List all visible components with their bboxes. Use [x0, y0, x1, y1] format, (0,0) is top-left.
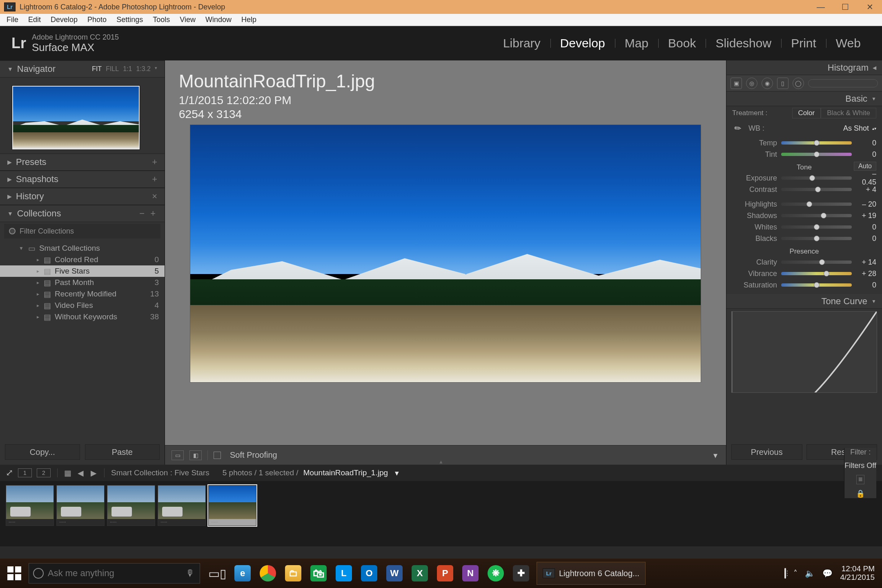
blacks-slider[interactable]: Blacks 0 [732, 233, 876, 244]
task-view-icon[interactable]: ▭▯ [206, 562, 229, 585]
tray-notifications-icon[interactable]: 💬 [822, 568, 833, 578]
zoom-1to1[interactable]: 1:1 [123, 65, 132, 73]
histogram-header[interactable]: Histogram ◀ [726, 60, 882, 75]
saturation-slider[interactable]: Saturation 0 [732, 279, 876, 291]
clarity-slider[interactable]: Clarity + 14 [732, 256, 876, 268]
collection-without-keywords[interactable]: ▸ ▤ Without Keywords 38 [0, 311, 165, 323]
add-preset-button[interactable]: + [152, 157, 157, 167]
grid-icon[interactable]: ▦ [64, 468, 71, 478]
outlook-app[interactable]: O [358, 562, 381, 585]
tray-up-icon[interactable]: ˄ [793, 568, 797, 578]
zoom-custom[interactable]: 1:3.2 [136, 65, 151, 73]
maximize-button[interactable]: ☐ [833, 0, 858, 14]
filmstrip-thumb[interactable]: ····· [107, 485, 155, 526]
menu-develop[interactable]: Develop [47, 15, 82, 25]
menu-tools[interactable]: Tools [149, 15, 174, 25]
search-input[interactable] [48, 568, 181, 579]
redeye-tool[interactable]: ◉ [762, 78, 773, 89]
panel-collapse-icon[interactable]: ▲ [429, 459, 453, 465]
history-header[interactable]: ▶ History × [0, 188, 165, 205]
zoom-fill[interactable]: FILL [106, 65, 119, 73]
collection-past-month[interactable]: ▸ ▤ Past Month 3 [0, 277, 165, 288]
tonecurve-graph[interactable] [731, 311, 877, 393]
module-print[interactable]: Print [781, 36, 826, 50]
navigator-header[interactable]: ▼ Navigator FIT FILL 1:1 1:3.2 ▾ [0, 60, 165, 78]
exposure-slider[interactable]: Exposure – 0.45 [732, 172, 876, 184]
module-slideshow[interactable]: Slideshow [706, 36, 781, 50]
whites-slider[interactable]: Whites 0 [732, 221, 876, 233]
brush-tool[interactable] [808, 79, 878, 87]
store-app[interactable]: 🛍 [307, 562, 330, 585]
second-window-icon[interactable]: ⤢ [6, 468, 13, 478]
filter-value[interactable]: Filters Off [844, 461, 876, 470]
contrast-slider[interactable]: Contrast + 4 [732, 184, 876, 195]
image-canvas[interactable] [190, 125, 701, 382]
spot-tool[interactable]: ◎ [746, 78, 757, 89]
module-develop[interactable]: Develop [550, 36, 615, 50]
explorer-app[interactable]: 🗀 [282, 562, 305, 585]
smart-collections-folder[interactable]: ▼ ▭ Smart Collections [0, 243, 165, 254]
toolbar-menu-button[interactable]: ▾ [711, 451, 719, 459]
collections-header[interactable]: ▼ Collections − + [0, 205, 165, 222]
before-after-icon[interactable]: ◧ [189, 450, 202, 460]
filmstrip-thumb[interactable]: ····· [158, 485, 206, 526]
collection-video-files[interactable]: ▸ ▤ Video Files 4 [0, 300, 165, 311]
zoom-fit[interactable]: FIT [92, 65, 102, 73]
add-snapshot-button[interactable]: + [152, 174, 157, 185]
minimize-button[interactable]: — [808, 0, 833, 14]
vibrance-slider[interactable]: Vibrance + 28 [732, 268, 876, 279]
excel-app[interactable]: X [408, 562, 431, 585]
chrome-app[interactable] [256, 562, 279, 585]
menu-file[interactable]: File [2, 15, 22, 25]
basic-header[interactable]: Basic ▼ [726, 91, 882, 106]
module-library[interactable]: Library [493, 36, 550, 50]
module-book[interactable]: Book [658, 36, 706, 50]
module-map[interactable]: Map [615, 36, 658, 50]
close-button[interactable]: ✕ [858, 0, 882, 14]
menu-view[interactable]: View [176, 15, 200, 25]
breadcrumb-path[interactable]: Smart Collection : Five Stars [111, 468, 209, 477]
tray-volume-icon[interactable]: 🔈 [805, 568, 815, 578]
unknown-app[interactable]: ✚ [510, 562, 532, 585]
menu-help[interactable]: Help [237, 15, 261, 25]
presets-header[interactable]: ▶ Presets + [0, 154, 165, 171]
nav-prev-button[interactable]: ◀ [76, 468, 85, 478]
filter-collections-input[interactable]: Filter Collections [4, 224, 160, 238]
module-web[interactable]: Web [826, 36, 871, 50]
treatment-bw[interactable]: Black & White [821, 108, 876, 118]
lync-app[interactable]: L [332, 562, 355, 585]
filmstrip-thumb-selected[interactable]: ····· [208, 485, 256, 526]
menu-window[interactable]: Window [201, 15, 236, 25]
cortana-search[interactable]: 🎙 [29, 563, 200, 584]
copy-button[interactable]: Copy... [5, 444, 80, 460]
powerpoint-app[interactable]: P [434, 562, 457, 585]
tray-clock[interactable]: 12:04 PM 4/21/2015 [840, 565, 875, 582]
menu-edit[interactable]: Edit [24, 15, 45, 25]
menu-settings[interactable]: Settings [112, 15, 147, 25]
word-app[interactable]: W [383, 562, 406, 585]
nav-next-button[interactable]: ▶ [89, 468, 98, 478]
temp-slider[interactable]: Temp 0 [732, 137, 876, 149]
identity-plate[interactable]: Adobe Lightroom CC 2015 Surface MAX [32, 33, 119, 53]
clear-history-button[interactable]: × [152, 191, 157, 202]
monitor-2-button[interactable]: 2 [37, 468, 51, 477]
auto-tone-button[interactable]: Auto [854, 162, 876, 171]
previous-button[interactable]: Previous [731, 444, 802, 460]
chevron-down-icon[interactable]: ▾ [155, 65, 157, 73]
collection-five-stars[interactable]: ▸ ▤ Five Stars 5 [0, 265, 165, 277]
onenote-app[interactable]: N [459, 562, 482, 585]
treatment-color[interactable]: Color [792, 108, 821, 118]
tray-keyboard-icon[interactable] [784, 569, 786, 578]
highlights-slider[interactable]: Highlights – 20 [732, 198, 876, 210]
wb-select[interactable]: As Shot ▴▾ [843, 124, 876, 133]
navigator-preview[interactable] [0, 78, 165, 154]
loupe-view-icon[interactable]: ▭ [172, 450, 184, 460]
start-button[interactable] [0, 559, 29, 588]
collection-recently-modified[interactable]: ▸ ▤ Recently Modified 13 [0, 288, 165, 300]
soft-proof-checkbox[interactable] [214, 452, 221, 459]
menu-photo[interactable]: Photo [83, 15, 111, 25]
microphone-icon[interactable]: 🎙 [181, 568, 200, 579]
ie-app[interactable]: e [231, 562, 254, 585]
grad-filter-tool[interactable]: ▯ [777, 78, 788, 89]
taskbar-lightroom-window[interactable]: Lr Lightroom 6 Catalog... [537, 562, 646, 585]
